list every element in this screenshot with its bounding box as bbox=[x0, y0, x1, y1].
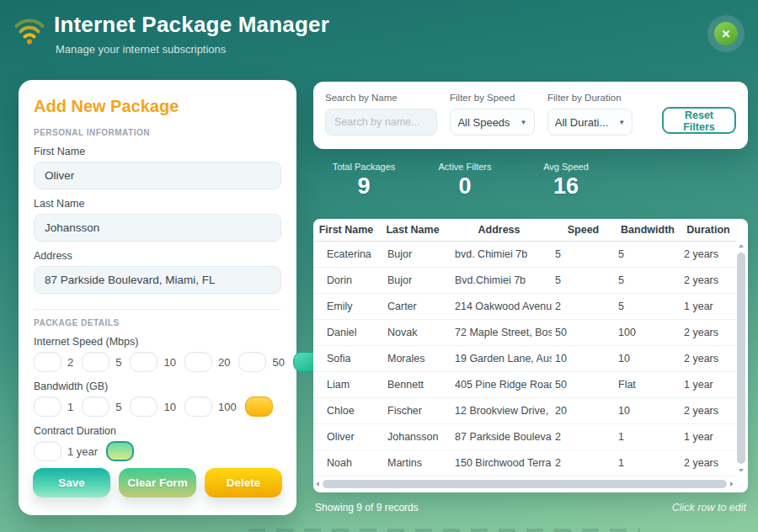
table-row[interactable]: ChloeFischer12 Brookview Drive, ...20102… bbox=[313, 397, 736, 423]
table-cell: 72 Maple Street, Bos... bbox=[446, 319, 552, 345]
table-cell: 100 bbox=[615, 319, 681, 345]
add-package-panel: Add New Package PERSONAL INFORMATION Fir… bbox=[19, 80, 296, 515]
filter-bar: Search by Name Filter by Speed All Speed… bbox=[313, 82, 748, 149]
packages-table: First NameLast NameAddressSpeedBandwidth… bbox=[313, 219, 736, 476]
app-window: Internet Package Manager Manage your int… bbox=[0, 0, 758, 532]
column-header: Bandwidth bbox=[615, 219, 681, 241]
vertical-scrollbar-thumb[interactable] bbox=[737, 253, 745, 464]
table-cell: 10 bbox=[615, 345, 681, 371]
table-row[interactable]: NoahMartins150 Birchwood Terra...212 yea… bbox=[313, 450, 736, 476]
speed-option-label: 20 bbox=[218, 356, 230, 369]
package-section-label: PACKAGE DETAILS bbox=[34, 318, 281, 327]
table-cell: Morales bbox=[379, 345, 446, 371]
table-cell: Bujor bbox=[379, 241, 446, 267]
table-row[interactable]: DanielNovak72 Maple Street, Bos...501002… bbox=[313, 319, 736, 345]
clear-form-button[interactable]: Clear Form bbox=[119, 468, 196, 497]
table-row[interactable]: EmilyCarter214 Oakwood Avenu...251 year bbox=[313, 293, 736, 319]
first-name-label: First Name bbox=[34, 146, 281, 157]
table-cell: Martins bbox=[379, 450, 446, 476]
table-row[interactable]: DorinBujorBvd.Chimiei 7b552 years bbox=[313, 267, 736, 293]
edit-hint: Click row to edit bbox=[672, 502, 746, 513]
table-header-row: First NameLast NameAddressSpeedBandwidth… bbox=[313, 219, 736, 241]
speed-checkbox-50[interactable] bbox=[238, 352, 266, 372]
column-header: First Name bbox=[313, 219, 379, 241]
form-buttons: Save Clear Form Delete bbox=[33, 468, 282, 497]
table-cell: 1 bbox=[615, 450, 681, 476]
table-cell: 1 year bbox=[681, 293, 736, 319]
stat-label: Active Filters bbox=[414, 162, 515, 172]
stat-value: 16 bbox=[515, 173, 617, 200]
address-field[interactable] bbox=[34, 266, 281, 294]
speed-checkbox-10[interactable] bbox=[130, 352, 157, 372]
duration-selected-checkbox[interactable] bbox=[106, 441, 134, 461]
scroll-up-icon[interactable] bbox=[739, 244, 744, 247]
stat-active-filters: Active Filters0 bbox=[414, 162, 515, 200]
vertical-scrollbar[interactable] bbox=[736, 242, 746, 474]
table-cell: 20 bbox=[552, 397, 615, 423]
table-row[interactable]: OliverJohansson87 Parkside Boulevar...21… bbox=[313, 423, 736, 450]
column-header: Speed bbox=[552, 219, 615, 241]
table-cell: 50 bbox=[552, 319, 615, 345]
column-header: Address bbox=[446, 219, 552, 241]
table-cell: 1 year bbox=[681, 371, 736, 397]
horizontal-scrollbar-thumb[interactable] bbox=[323, 480, 727, 488]
first-name-field[interactable] bbox=[34, 162, 281, 189]
bandwidth-checkbox-1[interactable] bbox=[34, 396, 61, 417]
horizontal-scrollbar[interactable] bbox=[315, 479, 734, 489]
bandwidth-group-label: Bandwidth (GB) bbox=[34, 380, 281, 392]
table-row[interactable]: LiamBennett405 Pine Ridge Road...50Flat1… bbox=[313, 371, 736, 397]
table-cell: 12 Brookview Drive, ... bbox=[446, 397, 552, 423]
table-cell: Novak bbox=[379, 319, 446, 345]
stat-value: 0 bbox=[414, 173, 515, 200]
reset-filters-button[interactable]: Reset Filters bbox=[662, 107, 736, 134]
table-row[interactable]: EcaterinaBujorbvd. Chimiei 7b552 years bbox=[313, 241, 736, 267]
delete-button[interactable]: Delete bbox=[205, 468, 282, 497]
table-cell: 2 bbox=[552, 293, 615, 319]
search-input[interactable] bbox=[325, 109, 437, 136]
speed-checkbox-20[interactable] bbox=[184, 352, 212, 372]
table-cell: Fischer bbox=[379, 397, 446, 423]
app-subtitle: Manage your internet subscriptions bbox=[56, 43, 329, 56]
duration-group-label: Contract Duration bbox=[34, 425, 281, 437]
last-name-field[interactable] bbox=[34, 214, 281, 242]
bandwidth-option-label: 1 bbox=[67, 401, 73, 413]
table-footer: Showing 9 of 9 records Click row to edit bbox=[315, 502, 746, 513]
stat-value: 9 bbox=[313, 173, 414, 200]
table-body: EcaterinaBujorbvd. Chimiei 7b552 yearsDo… bbox=[313, 241, 736, 476]
scroll-right-icon[interactable] bbox=[730, 481, 734, 487]
speed-option-label: 10 bbox=[163, 356, 175, 369]
table-cell: 405 Pine Ridge Road... bbox=[446, 371, 552, 397]
duration-filter-select[interactable]: All Durati... ▼ bbox=[547, 109, 633, 136]
clipped-footer-text bbox=[248, 529, 640, 532]
bandwidth-checkbox-100[interactable] bbox=[184, 396, 212, 417]
bandwidth-checkbox-10[interactable] bbox=[130, 396, 157, 417]
address-label: Address bbox=[34, 250, 281, 262]
table-cell: 50 bbox=[552, 371, 615, 397]
scroll-down-icon[interactable] bbox=[739, 469, 744, 472]
scroll-left-icon[interactable] bbox=[316, 481, 319, 487]
duration-checkbox-1 year[interactable] bbox=[34, 441, 61, 461]
search-group: Search by Name bbox=[325, 93, 437, 138]
table-cell: 10 bbox=[615, 397, 681, 423]
table-row[interactable]: SofiaMorales19 Garden Lane, Aus...10102 … bbox=[313, 345, 736, 371]
table-cell: Sofia bbox=[313, 345, 379, 371]
bandwidth-options: 1510100 bbox=[34, 396, 281, 417]
table-cell: 10 bbox=[552, 345, 615, 371]
table-cell: 87 Parkside Boulevar... bbox=[446, 423, 552, 450]
speed-checkbox-2[interactable] bbox=[34, 352, 61, 372]
stat-label: Total Packages bbox=[313, 162, 414, 172]
header-titles: Internet Package Manager Manage your int… bbox=[54, 12, 329, 56]
table-cell: 2 bbox=[552, 450, 615, 476]
speed-filter-select[interactable]: All Speeds ▼ bbox=[450, 109, 535, 136]
chevron-down-icon: ▼ bbox=[520, 119, 527, 126]
table-cell: 2 years bbox=[681, 267, 736, 293]
speed-checkbox-5[interactable] bbox=[82, 352, 109, 372]
bandwidth-selected-checkbox[interactable] bbox=[245, 396, 273, 417]
close-button[interactable]: ✕ bbox=[714, 22, 738, 45]
stats-row: Total Packages9Active Filters0Avg Speed1… bbox=[313, 162, 617, 200]
table-cell: Dorin bbox=[313, 267, 379, 293]
bandwidth-checkbox-5[interactable] bbox=[82, 396, 109, 417]
table-cell: 5 bbox=[615, 241, 681, 267]
chevron-down-icon: ▼ bbox=[618, 119, 625, 126]
save-button[interactable]: Save bbox=[33, 468, 110, 497]
